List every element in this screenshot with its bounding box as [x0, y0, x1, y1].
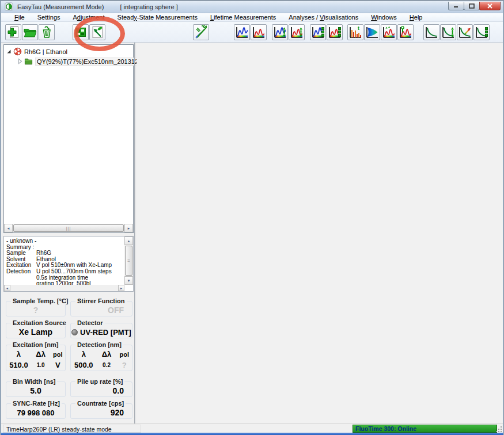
- countrate-label: Countrate [cps]: [75, 400, 126, 407]
- spectrum-blue-button[interactable]: [234, 24, 250, 40]
- detection-lambda-value: 500.0: [71, 361, 97, 369]
- tree-expanded-icon[interactable]: [6, 48, 12, 55]
- pileup-value: 0.0: [71, 385, 132, 396]
- spectrum-red-series-button[interactable]: [327, 24, 343, 40]
- stirrer-label: Stirrer Function: [75, 297, 127, 304]
- tools-icon: [194, 25, 208, 39]
- scroll-right-arrow-icon[interactable]: ►: [124, 224, 133, 232]
- close-button[interactable]: [479, 2, 501, 10]
- pol-header: pol: [116, 351, 132, 358]
- tcspc-histogram-icon: t: [348, 25, 362, 39]
- tree-root-label[interactable]: Rh6G | Ethanol: [24, 48, 67, 55]
- spectrum-blue-arrows-button[interactable]: [272, 24, 288, 40]
- tree-hscroll-thumb[interactable]: |||: [13, 224, 124, 232]
- minimize-button[interactable]: [448, 2, 464, 10]
- countrate-value: 920: [71, 407, 132, 418]
- excitation-wavelength-group: Excitation [nm] λ Δλ pol 510.0 1.0 V: [6, 345, 66, 371]
- import-arrow-icon: [90, 25, 104, 39]
- detection-wavelength-group: Detection [nm] λ Δλ pol 500.0 0.2 ?: [70, 345, 132, 371]
- toolbar-group: [5, 24, 55, 40]
- scroll-up-arrow-icon[interactable]: ▲: [124, 236, 133, 245]
- spectrum-red-arrows-button[interactable]: [289, 24, 305, 40]
- folder-icon: [24, 57, 33, 66]
- maximize-button[interactable]: [464, 2, 480, 10]
- window-title: EasyTau (Measurement Mode): [17, 3, 104, 10]
- detector-led-icon: [71, 329, 78, 335]
- resize-grip[interactable]: [495, 426, 502, 433]
- spectrum-red-temp-button[interactable]: [397, 24, 414, 40]
- menu-item-file[interactable]: File: [8, 13, 31, 22]
- spectrum-red-step-icon: [382, 25, 396, 39]
- menu-item-steady-state-measurements[interactable]: Steady-State Measurements: [111, 13, 204, 22]
- spectrum-red-arrows-icon: [290, 25, 304, 39]
- summary-vscroll-thumb[interactable]: ≡: [125, 246, 132, 276]
- import-arrow-button[interactable]: [89, 24, 105, 40]
- decay-series-icon: [475, 25, 488, 39]
- detector-group: Detector UV-RED [PMT]: [70, 323, 132, 338]
- detection-delta-value: 0.2: [97, 362, 117, 368]
- menu-item-windows[interactable]: Windows: [365, 13, 403, 22]
- application-window: EasyTau (Measurement Mode) [ integrating…: [0, 0, 504, 435]
- decay-button[interactable]: [423, 24, 439, 40]
- spectrum-red-button[interactable]: [251, 24, 267, 40]
- tcspc-histogram-button[interactable]: t: [347, 24, 363, 40]
- hardware-status-text: TimeHarp260P (LR) steady-state mode: [3, 425, 141, 433]
- excitation-delta-value: 1.0: [31, 362, 51, 368]
- tres-contour-button[interactable]: [364, 24, 380, 40]
- scroll-left-arrow-icon[interactable]: ◄: [4, 285, 10, 291]
- excitation-lambda-value: 510.0: [6, 361, 31, 369]
- menu-item-analyses-visualisations[interactable]: Analyses / Visualisations: [282, 13, 365, 22]
- tree-horizontal-scrollbar[interactable]: ◄ ||| ►: [4, 224, 133, 232]
- tools-button[interactable]: [193, 24, 209, 40]
- title-bar[interactable]: EasyTau (Measurement Mode) [ integrating…: [1, 1, 503, 13]
- stirrer-value: OFF: [71, 304, 132, 316]
- toolbar-group: [423, 24, 490, 40]
- batch-grid-icon: [74, 25, 88, 39]
- decay-series-button[interactable]: [473, 24, 490, 40]
- scroll-right-arrow-icon[interactable]: ►: [118, 285, 124, 291]
- menu-item-help[interactable]: Help: [403, 13, 429, 22]
- summary-horizontal-scrollbar[interactable]: ◄ ►: [4, 285, 124, 291]
- panel-divider[interactable]: [134, 43, 135, 423]
- summary-line: DetectionU pol 500...700nm 0nm steps: [6, 269, 124, 275]
- tree-collapsed-icon[interactable]: [17, 58, 23, 64]
- menu-item-settings[interactable]: Settings: [31, 13, 67, 22]
- spectrum-blue-series-icon: [311, 25, 325, 39]
- spectrum-red-step-button[interactable]: [381, 24, 397, 40]
- decay-rainbow-button[interactable]: [457, 24, 473, 40]
- svg-text:t: t: [358, 25, 359, 31]
- decay-arrows-button[interactable]: [440, 24, 456, 40]
- detector-value: UV-RED [PMT]: [80, 328, 131, 337]
- spectrum-blue-series-button[interactable]: [310, 24, 326, 40]
- measurement-tree[interactable]: Rh6G | Ethanol QY(92%)T(77%)Exc510nm_201…: [3, 44, 134, 233]
- tree-row-measurement[interactable]: QY(92%)T(77%)Exc510nm_20131219_1606: [4, 56, 133, 66]
- scroll-down-arrow-icon[interactable]: ▼: [124, 276, 133, 285]
- excitation-wavelength-label: Excitation [nm]: [11, 341, 60, 348]
- tree-row-root[interactable]: Rh6G | Ethanol: [4, 47, 133, 56]
- app-icon: [5, 2, 13, 11]
- menu-bar: FileSettingsAdjustmentSteady-State Measu…: [1, 13, 503, 22]
- scroll-left-arrow-icon[interactable]: ◄: [4, 224, 13, 232]
- menu-item-lifetime-measurements[interactable]: Lifetime Measurements: [204, 13, 282, 22]
- toolbar: t: [1, 22, 503, 43]
- batch-grid-button[interactable]: [73, 24, 89, 40]
- summary-panel: - unknown -Summary : SampleRh6G SolventE…: [3, 236, 134, 292]
- menu-item-adjustment[interactable]: Adjustment: [67, 13, 111, 22]
- open-folder-button[interactable]: [22, 24, 38, 40]
- summary-vertical-scrollbar[interactable]: ▲ ≡ ▼: [124, 236, 133, 285]
- spectrum-blue-icon: [235, 25, 249, 39]
- new-measurement-button[interactable]: [5, 24, 21, 40]
- decay-rainbow-icon: [458, 25, 472, 39]
- excitation-source-label: Excitation Source: [11, 319, 68, 326]
- window-doc-title: [ integrating sphere ]: [120, 3, 177, 10]
- detection-wavelength-label: Detection [nm]: [75, 341, 123, 348]
- toolbar-group: [193, 24, 210, 40]
- detector-label: Detector: [75, 319, 105, 326]
- delta-lambda-header: Δλ: [97, 350, 117, 358]
- summary-text: - unknown -Summary : SampleRh6G SolventE…: [6, 238, 124, 287]
- excitation-source-group: Excitation Source Xe Lamp: [6, 323, 66, 338]
- toolbar-group: t: [347, 24, 414, 40]
- close-icon: [487, 3, 492, 9]
- bin-width-label: Bin Width [ns]: [11, 378, 57, 385]
- delete-button[interactable]: [39, 24, 55, 40]
